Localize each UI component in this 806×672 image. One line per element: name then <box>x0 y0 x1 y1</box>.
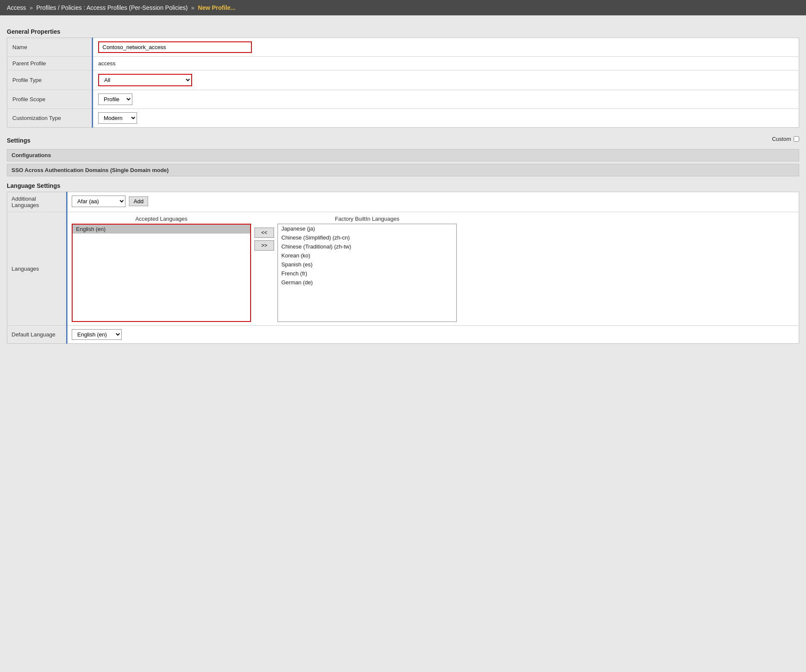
profile-scope-value-cell: Profile Global Named <box>93 90 799 109</box>
factory-languages-header: Factory BuiltIn Languages <box>277 216 457 222</box>
table-row: Parent Profile access <box>7 57 799 70</box>
list-item[interactable]: Chinese (Traditional) (zh-tw) <box>278 242 456 251</box>
name-label: Name <box>7 38 93 57</box>
profile-type-label: Profile Type <box>7 70 93 90</box>
transfer-right-button[interactable]: >> <box>254 240 274 251</box>
languages-value-cell: Accepted Languages English (en) << >> Fa… <box>67 212 799 326</box>
list-item[interactable]: German (de) <box>278 278 456 287</box>
accepted-languages-listbox[interactable]: English (en) <box>72 224 251 322</box>
profile-scope-label: Profile Scope <box>7 90 93 109</box>
general-properties-heading: General Properties <box>7 28 799 35</box>
accepted-languages-header: Accepted Languages <box>72 216 251 222</box>
language-settings-heading: Language Settings <box>7 182 799 189</box>
list-item[interactable]: Chinese (Simplified) (zh-cn) <box>278 233 456 242</box>
general-properties-table: Name Parent Profile access Profile Type … <box>7 38 799 128</box>
additional-languages-value-cell: Afar (aa) Abkhazian (ab) Afrikaans (af) … <box>67 192 799 212</box>
custom-checkbox[interactable] <box>794 136 799 142</box>
list-item[interactable]: French (fr) <box>278 269 456 278</box>
list-item[interactable]: English (en) <box>73 225 250 234</box>
settings-row: Settings Custom <box>7 131 799 146</box>
table-row: Name <box>7 38 799 57</box>
name-value-cell <box>93 38 799 57</box>
table-row: Customization Type Modern Standard <box>7 109 799 128</box>
settings-custom: Custom <box>772 136 799 142</box>
dual-list-container: Accepted Languages English (en) << >> Fa… <box>72 216 794 322</box>
additional-languages-label: Additional Languages <box>7 192 67 212</box>
customization-type-value-cell: Modern Standard <box>93 109 799 128</box>
factory-languages-listbox[interactable]: Japanese (ja) Chinese (Simplified) (zh-c… <box>277 224 457 322</box>
default-language-select[interactable]: English (en) Japanese (ja) French (fr) G… <box>72 329 122 340</box>
breadcrumb: Access » Profiles / Policies : Access Pr… <box>0 0 806 15</box>
languages-label: Languages <box>7 212 67 326</box>
parent-profile-value: access <box>93 57 799 70</box>
additional-languages-row: Additional Languages Afar (aa) Abkhazian… <box>7 192 799 212</box>
transfer-left-button[interactable]: << <box>254 228 274 238</box>
profile-type-value-cell: All LTM-APM SSL-VPN ICA <box>93 70 799 90</box>
add-lang-row: Afar (aa) Abkhazian (ab) Afrikaans (af) … <box>72 196 794 207</box>
default-language-value-cell: English (en) Japanese (ja) French (fr) G… <box>67 326 799 344</box>
customization-type-select[interactable]: Modern Standard <box>98 112 137 124</box>
sso-bar: SSO Across Authentication Domains (Singl… <box>7 164 799 176</box>
profile-type-select[interactable]: All LTM-APM SSL-VPN ICA <box>98 74 192 86</box>
breadcrumb-access: Access <box>7 4 26 11</box>
languages-row: Languages Accepted Languages English (en… <box>7 212 799 326</box>
language-settings-table: Additional Languages Afar (aa) Abkhazian… <box>7 192 799 344</box>
additional-language-select[interactable]: Afar (aa) Abkhazian (ab) Afrikaans (af) … <box>72 196 126 207</box>
table-row: Profile Type All LTM-APM SSL-VPN ICA <box>7 70 799 90</box>
name-input[interactable] <box>98 41 252 53</box>
customization-type-label: Customization Type <box>7 109 93 128</box>
breadcrumb-profiles: Profiles / Policies : Access Profiles (P… <box>36 4 188 11</box>
profile-scope-select[interactable]: Profile Global Named <box>98 93 132 105</box>
settings-heading: Settings <box>7 137 30 144</box>
add-language-button[interactable]: Add <box>129 196 148 206</box>
default-language-label: Default Language <box>7 326 67 344</box>
accepted-languages-panel: Accepted Languages English (en) <box>72 216 251 322</box>
list-item[interactable]: Korean (ko) <box>278 251 456 260</box>
configurations-bar: Configurations <box>7 149 799 161</box>
table-row: Profile Scope Profile Global Named <box>7 90 799 109</box>
transfer-buttons: << >> <box>254 216 274 251</box>
factory-languages-panel: Factory BuiltIn Languages Japanese (ja) … <box>277 216 457 322</box>
parent-profile-label: Parent Profile <box>7 57 93 70</box>
breadcrumb-current: New Profile... <box>198 4 236 11</box>
custom-label: Custom <box>772 136 791 142</box>
default-language-row: Default Language English (en) Japanese (… <box>7 326 799 344</box>
list-item[interactable]: Spanish (es) <box>278 260 456 269</box>
list-item[interactable]: Japanese (ja) <box>278 224 456 233</box>
